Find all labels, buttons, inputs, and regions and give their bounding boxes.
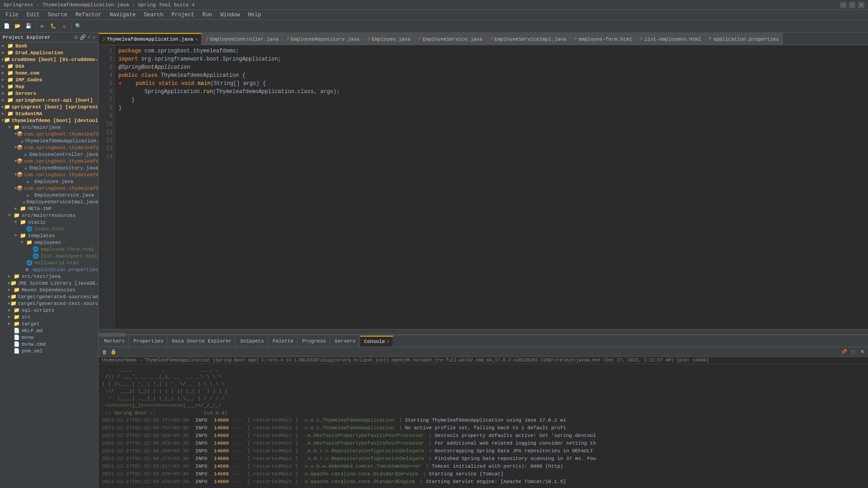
menu-item-window[interactable]: Window — [217, 11, 243, 19]
tree-item[interactable]: ▶📁DSA — [0, 63, 98, 70]
link-editor-icon[interactable]: 🔗 — [80, 34, 86, 40]
tree-item[interactable]: 📄mvnw — [0, 334, 98, 341]
code-editor[interactable]: 1234567891011121314 package com.springbo… — [99, 45, 868, 329]
run-button[interactable]: ▶ — [38, 21, 47, 31]
tree-node-label: com.springboot.thymeleafdemo — [24, 131, 98, 137]
tab-type-icon: J — [102, 37, 105, 42]
tree-item[interactable]: ☕Employee.java — [0, 178, 98, 185]
tree-item[interactable]: ▼📦com.springboot.thymeleafdemo.dao — [0, 158, 98, 164]
menu-item-search[interactable]: Search — [140, 11, 167, 19]
tree-item[interactable]: ▶📁sql-scripts — [0, 307, 98, 314]
menu-item-run[interactable]: Run — [199, 11, 216, 19]
tree-item[interactable]: ▶📁target/generated-sources/annotations — [0, 293, 98, 300]
panel-tab-close-icon[interactable]: ✕ — [387, 339, 389, 344]
panel-tab[interactable]: Markers — [100, 336, 129, 347]
menu-item-navigate[interactable]: Navigate — [106, 11, 139, 19]
tree-item[interactable]: ☕EmployeeServiceImpl.java — [0, 198, 98, 205]
horizontal-scrollbar[interactable] — [99, 329, 868, 334]
maximize-panel-button[interactable]: □ — [849, 348, 857, 356]
panel-tab[interactable]: Properties — [130, 336, 167, 347]
scroll-lock-button[interactable]: 🔒 — [109, 348, 118, 356]
tree-item[interactable]: ▶📁target/generated-test-sources/test-ann… — [0, 300, 98, 307]
maximize-button[interactable]: □ — [849, 2, 855, 8]
minimize-button[interactable]: — — [840, 2, 846, 8]
panel-tab[interactable]: Servers — [331, 336, 359, 347]
tree-item[interactable]: ☕EmployeeService.java — [0, 192, 98, 198]
pin-console-button[interactable]: 📌 — [840, 348, 848, 356]
panel-tab[interactable]: Data Source Explorer — [168, 336, 236, 347]
tree-item[interactable]: 📄mvnw.cmd — [0, 341, 98, 347]
tree-item[interactable]: ▶📁target — [0, 320, 98, 327]
tree-item[interactable]: 🌐list-employees.html — [0, 253, 98, 259]
new-button[interactable]: 📄 — [2, 21, 12, 31]
editor-tab[interactable]: Hlist-employees.html — [636, 33, 705, 45]
open-button[interactable]: 📂 — [13, 21, 23, 31]
close-button[interactable]: ✕ — [858, 2, 864, 8]
close-icon[interactable]: ✕ — [92, 34, 95, 40]
search-button[interactable]: 🔍 — [73, 21, 83, 31]
editor-tab[interactable]: JEmployee.java — [363, 33, 415, 45]
tree-item[interactable]: ⚙application.properties — [0, 266, 98, 273]
menu-item-help[interactable]: Help — [245, 11, 265, 19]
tree-item[interactable]: ▼📁static — [0, 219, 98, 225]
menu-item-edit[interactable]: Edit — [23, 11, 43, 19]
debug-button[interactable]: 🐛 — [48, 21, 58, 31]
tree-item[interactable]: ▶📁src — [0, 314, 98, 320]
tree-item[interactable]: ▶📁Servers — [0, 90, 98, 97]
tab-close-icon[interactable]: ✕ — [195, 37, 198, 42]
menu-item-refactor[interactable]: Refactor — [72, 11, 105, 19]
console-content[interactable]: . ____ _ __ _ _ /\\ / ___'_ __ _ _(_)_ _… — [99, 364, 868, 488]
editor-tab[interactable]: JEmployeeServiceImpl.java — [486, 33, 570, 45]
collapse-all-icon[interactable]: ⊟ — [75, 34, 78, 40]
tree-item[interactable]: 📄HELP.md — [0, 327, 98, 334]
tree-item[interactable]: ▼📦com.springboot.thymeleafdemo.service — [0, 185, 98, 192]
menu-item-source[interactable]: Source — [44, 11, 71, 19]
tree-item[interactable]: 🌐helloworld.html — [0, 259, 98, 266]
editor-tab[interactable]: JThymeleafdemoApplication.java✕ — [99, 33, 202, 45]
tree-item[interactable]: ▼📁src/main/java — [0, 124, 98, 131]
panel-tab[interactable]: Console✕ — [360, 336, 393, 347]
menu-item-file[interactable]: File — [2, 11, 22, 19]
tree-item[interactable]: ☕ThymeleafdemoApplication.java — [0, 137, 98, 144]
editor-tab[interactable]: Hemployee-form.html — [571, 33, 637, 45]
editor-tab[interactable]: JEmployeeRepository.java — [283, 33, 363, 45]
tree-item[interactable]: ▶📁src/test/java — [0, 273, 98, 280]
tree-item[interactable]: ▼📦com.springboot.thymeleafdemo.entity — [0, 171, 98, 178]
view-menu-icon[interactable]: ▾ — [88, 34, 91, 40]
tree-item[interactable]: ▼📦com.springboot.thymeleafdemo.control..… — [0, 144, 98, 151]
panel-tab[interactable]: Snippets — [236, 336, 268, 347]
tree-item[interactable]: ▼📁thymeleafdemo [boot] [devtools] — [0, 117, 98, 124]
tree-item[interactable]: ▼📦com.springboot.thymeleafdemo — [0, 131, 98, 137]
tree-item[interactable]: ▼📁src/main/resources — [0, 212, 98, 219]
tree-item[interactable]: 📄pom.xml — [0, 347, 98, 354]
tree-item[interactable]: 🌐index.html — [0, 225, 98, 232]
menu-item-project[interactable]: Project — [168, 11, 198, 19]
close-panel-button[interactable]: ✕ — [858, 348, 866, 356]
editor-tab[interactable]: Papplication.properties — [705, 33, 783, 45]
tree-item[interactable]: ▶📁home.com — [0, 70, 98, 76]
tree-item[interactable]: ▶📁springrest [boot] [springrest-Course m… — [0, 103, 98, 110]
tree-item[interactable]: ☕EmployeeRepository.java — [0, 164, 98, 171]
code-content[interactable]: package com.springboot.thymeleafdemo;imp… — [115, 45, 868, 329]
tree-item[interactable]: ☕EmployeeController.java — [0, 151, 98, 158]
editor-tab[interactable]: JEmployeeController.java — [202, 33, 283, 45]
save-button[interactable]: 💾 — [24, 21, 33, 31]
tree-item[interactable]: ▶📁Map — [0, 83, 98, 90]
tree-item[interactable]: ▶📁Maven Dependencies — [0, 286, 98, 293]
tree-item[interactable]: ▶📁Bank — [0, 42, 98, 49]
clear-console-button[interactable]: 🗑 — [100, 348, 108, 356]
tree-item[interactable]: ▶📁Crud_Application — [0, 49, 98, 56]
tree-item[interactable]: ▼📁employees — [0, 239, 98, 246]
panel-tab[interactable]: Progress — [298, 336, 330, 347]
tree-item[interactable]: ▶📁cruddemo [boot] [01-cruddemo-student m… — [0, 56, 98, 63]
tree-item[interactable]: ▶📁JRE System Library [JavaSE-17] — [0, 280, 98, 286]
tree-item[interactable]: 🌐employee-form.html — [0, 246, 98, 253]
editor-tab[interactable]: JEmployeeService.java — [415, 33, 486, 45]
tree-item[interactable]: ▶📁springboot-rest-api [boot] — [0, 97, 98, 103]
tree-item[interactable]: ▶📁IMP_Codes — [0, 76, 98, 83]
tree-item[interactable]: ▶📁META-INF — [0, 205, 98, 212]
tree-item[interactable]: ▶📁StudentMA — [0, 110, 98, 117]
stop-button[interactable]: ■ — [59, 21, 69, 31]
tree-item[interactable]: ▼📁templates — [0, 232, 98, 239]
panel-tab[interactable]: Palette — [269, 336, 297, 347]
